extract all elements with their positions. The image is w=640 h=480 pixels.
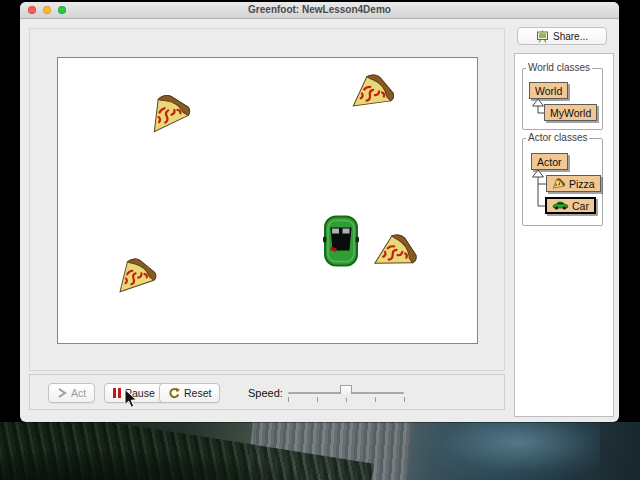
act-button-label: Act [71, 387, 86, 399]
wallpaper-blue-cliff [420, 422, 600, 480]
world-view[interactable] [57, 57, 478, 344]
car-icon [552, 201, 569, 210]
pizza-icon [552, 178, 566, 189]
class-browser-panel: World classes World MyWorld Actor classe… [514, 53, 614, 417]
act-chevron-icon [57, 388, 67, 398]
pause-icon [113, 388, 121, 398]
share-easel-icon [536, 30, 549, 43]
reset-button[interactable]: Reset [159, 383, 220, 403]
wallpaper-dark-trees [0, 452, 300, 480]
class-pizza-label: Pizza [569, 178, 595, 190]
speed-slider[interactable] [288, 382, 404, 406]
traffic-lights [28, 6, 66, 14]
execution-controls: Act Pause Reset Speed: [29, 374, 505, 410]
world-panel [29, 28, 505, 371]
pizza-actor[interactable] [350, 71, 398, 115]
pizza-actor[interactable] [142, 87, 197, 139]
pause-button-label: Pause [125, 387, 155, 399]
reset-button-label: Reset [184, 387, 211, 399]
window-titlebar[interactable]: Greenfoot: NewLesson4Demo [20, 2, 619, 19]
class-world[interactable]: World [529, 82, 568, 99]
share-button-label: Share... [553, 31, 588, 42]
pizza-actor[interactable] [112, 253, 161, 299]
close-button[interactable] [28, 6, 36, 14]
class-car-label: Car [572, 200, 589, 212]
pause-button[interactable]: Pause [104, 383, 164, 403]
actor-classes-group: Actor classes Actor [522, 138, 603, 226]
actor-classes-group-label: Actor classes [526, 132, 589, 143]
minimize-button[interactable] [43, 6, 51, 14]
share-button[interactable]: Share... [517, 27, 607, 45]
pizza-actor[interactable] [371, 228, 424, 277]
reset-icon [168, 387, 180, 399]
class-car[interactable]: Car [545, 197, 596, 214]
class-myworld-label: MyWorld [550, 107, 591, 119]
world-classes-group: World classes World MyWorld [522, 68, 603, 130]
class-actor[interactable]: Actor [531, 153, 568, 170]
zoom-button[interactable] [58, 6, 66, 14]
speed-label: Speed: [248, 375, 283, 411]
class-actor-label: Actor [537, 156, 562, 168]
greenfoot-window: Greenfoot: NewLesson4Demo [20, 2, 619, 422]
desktop-wallpaper [0, 422, 640, 480]
class-world-label: World [535, 85, 562, 97]
world-classes-group-label: World classes [526, 62, 592, 73]
car-actor[interactable] [323, 215, 360, 272]
act-button[interactable]: Act [48, 383, 95, 403]
class-myworld[interactable]: MyWorld [544, 104, 597, 121]
class-pizza[interactable]: Pizza [546, 175, 601, 192]
screen: Greenfoot: NewLesson4Demo [0, 0, 640, 480]
window-title: Greenfoot: NewLesson4Demo [20, 2, 619, 18]
